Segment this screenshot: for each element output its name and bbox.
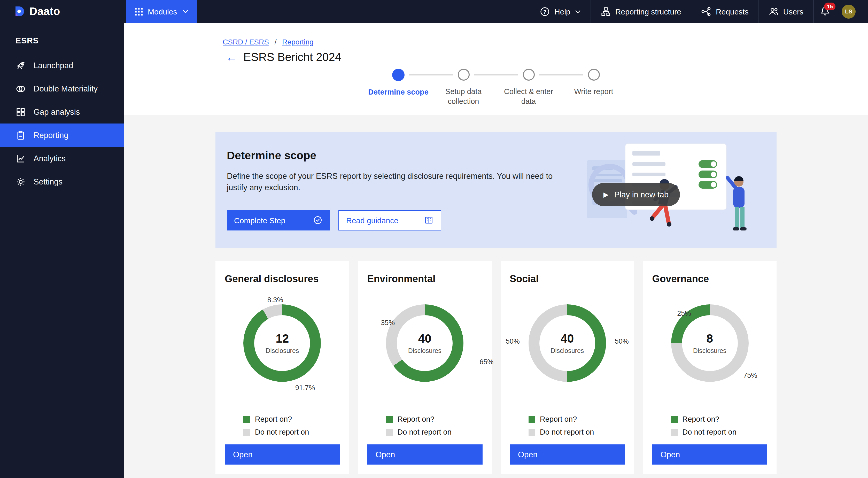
card-environmental: Environmental 40 Disclosures 35% 65% Rep…	[358, 261, 492, 474]
step-dot	[588, 69, 599, 81]
step-dot	[523, 69, 534, 81]
card-title: Environmental	[367, 273, 483, 285]
open-button[interactable]: Open	[367, 444, 483, 465]
daato-logo-icon	[13, 6, 25, 17]
page-header: CSRD / ESRS / Reporting ← ESRS Bericht 2…	[124, 23, 868, 115]
chevron-down-icon	[182, 9, 188, 13]
play-in-new-tab-button[interactable]: ▶ Play in new tab	[592, 183, 680, 206]
requests-link[interactable]: Requests	[691, 0, 758, 23]
step-dot	[392, 69, 405, 81]
brand-logo[interactable]: Daato	[0, 0, 124, 23]
donut-center: 40 Disclosures	[529, 304, 606, 382]
sidebar-item-double-materiality[interactable]: Double Materiality	[0, 77, 124, 100]
chart-legend: Report on? Do not report on	[652, 415, 768, 436]
modules-label: Modules	[148, 7, 177, 16]
sidebar-item-reporting[interactable]: Reporting	[0, 123, 124, 147]
notifications-button[interactable]: 15	[813, 0, 836, 23]
sidebar-item-gap-analysis[interactable]: Gap analysis	[0, 100, 124, 123]
help-label: Help	[554, 7, 570, 16]
pct-label-do-not-report: 50%	[506, 337, 520, 345]
double-circles-icon	[16, 84, 26, 94]
card-social: Social 40 Disclosures 50% 50% Report on?…	[500, 261, 634, 474]
legend-swatch-gray	[529, 429, 535, 436]
breadcrumb-separator: /	[275, 38, 277, 46]
pct-label-report-on: 50%	[615, 337, 629, 345]
legend-swatch-green	[671, 416, 678, 422]
help-icon: ?	[540, 6, 550, 16]
legend-swatch-green	[244, 416, 250, 422]
card-title: Governance	[652, 273, 768, 285]
grid-icon	[135, 7, 143, 15]
step-dot	[458, 69, 469, 81]
sidebar-item-launchpad[interactable]: Launchpad	[0, 54, 124, 77]
pct-label-do-not-report: 8.3%	[268, 296, 283, 304]
chart-legend: Report on? Do not report on	[510, 415, 625, 436]
chart-icon	[16, 153, 26, 163]
back-button[interactable]: ←	[226, 52, 237, 63]
card-title: Social	[510, 273, 625, 285]
legend-swatch-green	[529, 416, 535, 422]
main-content: CSRD / ESRS / Reporting ← ESRS Bericht 2…	[124, 23, 868, 478]
app-root: Daato Modules ?	[0, 0, 868, 478]
complete-step-button[interactable]: Complete Step	[227, 210, 330, 231]
sidebar-item-label: Reporting	[34, 130, 68, 140]
legend-swatch-gray	[386, 429, 393, 436]
breadcrumb-link-reporting[interactable]: Reporting	[282, 38, 313, 46]
sidebar-item-label: Double Materiality	[34, 84, 98, 93]
pct-label-report-on: 91.7%	[295, 384, 315, 392]
users-icon	[769, 6, 779, 16]
read-guidance-button[interactable]: Read guidance	[338, 210, 441, 231]
card-title: General disclosures	[225, 273, 340, 285]
chart-legend: Report on? Do not report on	[225, 415, 340, 436]
pct-label-report-on: 65%	[479, 358, 493, 366]
users-label: Users	[783, 7, 803, 16]
book-icon	[424, 216, 433, 225]
page-title: ESRS Bericht 2024	[243, 51, 341, 64]
legend-swatch-gray	[244, 429, 250, 436]
user-avatar[interactable]: LS	[842, 4, 856, 18]
open-button[interactable]: Open	[225, 444, 340, 465]
users-link[interactable]: Users	[758, 0, 813, 23]
grid-squares-icon	[16, 107, 26, 117]
requests-label: Requests	[716, 7, 749, 16]
step-write-report[interactable]: Write report	[561, 69, 626, 107]
donut-center: 12 Disclosures	[244, 304, 321, 382]
pct-label-do-not-report: 75%	[743, 371, 757, 379]
reporting-structure-link[interactable]: Reporting structure	[591, 0, 691, 23]
breadcrumb-link-csrd-esrs[interactable]: CSRD / ESRS	[223, 38, 269, 46]
scope-illustration: ▶ Play in new tab	[587, 142, 752, 239]
play-icon: ▶	[603, 191, 609, 199]
chart-legend: Report on? Do not report on	[367, 415, 483, 436]
card-governance: Governance 8 Disclosures 75% 25% Report …	[643, 261, 777, 474]
progress-stepper: Determine scope Setup data collection Co…	[366, 69, 626, 107]
hierarchy-icon	[601, 6, 611, 16]
clipboard-icon	[16, 130, 26, 140]
legend-swatch-green	[386, 416, 393, 422]
panel-description: Define the scope of your ESRS report by …	[227, 171, 557, 194]
sidebar-section-title: ESRS	[0, 23, 124, 54]
donut-center: 40 Disclosures	[386, 304, 463, 382]
help-menu[interactable]: ? Help	[530, 0, 591, 23]
svg-text:?: ?	[543, 8, 547, 14]
sidebar-item-settings[interactable]: Settings	[0, 170, 124, 193]
sidebar-item-analytics[interactable]: Analytics	[0, 147, 124, 170]
notification-badge: 15	[824, 3, 835, 10]
chevron-down-icon	[575, 9, 581, 13]
breadcrumb: CSRD / ESRS / Reporting	[215, 38, 777, 46]
reporting-structure-label: Reporting structure	[615, 7, 681, 16]
modules-button[interactable]: Modules	[126, 0, 197, 23]
sidebar-item-label: Gap analysis	[34, 107, 80, 117]
gear-icon	[16, 177, 26, 187]
pct-label-report-on: 25%	[677, 309, 691, 317]
open-button[interactable]: Open	[510, 444, 625, 465]
branch-icon	[702, 6, 711, 16]
sidebar: ESRS Launchpad Double Materiality	[0, 23, 124, 478]
rocket-icon	[16, 60, 26, 70]
pct-label-do-not-report: 35%	[381, 319, 395, 327]
category-cards: General disclosures 12 Disclosures 8.3% …	[215, 261, 777, 474]
card-general-disclosures: General disclosures 12 Disclosures 8.3% …	[215, 261, 349, 474]
determine-scope-panel: Determine scope Define the scope of your…	[215, 132, 777, 248]
legend-swatch-gray	[671, 429, 678, 436]
check-circle-icon	[313, 216, 322, 225]
open-button[interactable]: Open	[652, 444, 768, 465]
